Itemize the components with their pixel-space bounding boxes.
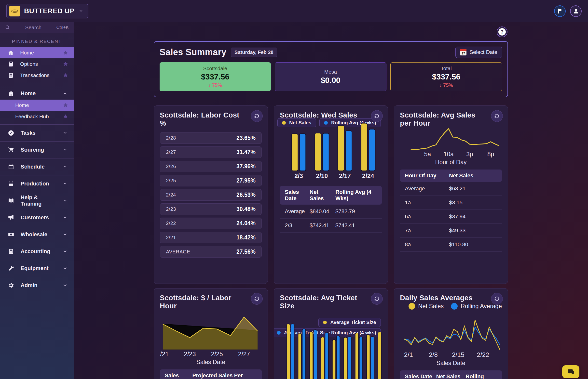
daily-averages-legend: Net SalesRolling Average: [400, 302, 502, 310]
sidebar-subitem-feedback-hub[interactable]: Feedback Hub: [0, 111, 74, 122]
refresh-button[interactable]: [491, 293, 503, 305]
calendar-icon: [8, 164, 14, 170]
refresh-button[interactable]: [491, 110, 503, 122]
svg-text:2/15: 2/15: [452, 351, 464, 358]
sidebar-section-head-home[interactable]: Home: [0, 87, 74, 100]
legend-dot: [408, 303, 415, 310]
sidebar-section-head-equipment[interactable]: Equipment: [0, 262, 74, 274]
chat-button[interactable]: [562, 365, 579, 378]
sidebar-section-head-admin[interactable]: Admin: [0, 279, 74, 291]
card-avg-ticket: Scottsdale: Avg Ticket Size Average Tick…: [274, 288, 388, 379]
labor-cost-value: 31.47%: [236, 149, 256, 156]
refresh-button[interactable]: [251, 110, 263, 122]
svg-text:2/23: 2/23: [184, 350, 196, 357]
labor-hour-area-chart: 2/212/232/252/27: [160, 311, 262, 358]
refresh-icon: [494, 296, 500, 301]
labor-cost-value: 26.53%: [236, 191, 256, 198]
labor-cost-date: 2/21: [166, 235, 176, 240]
refresh-icon: [494, 113, 500, 119]
legend-item[interactable]: Net Sales: [408, 303, 444, 310]
book-icon: [8, 197, 14, 204]
avg-ticket-bar-chart: [280, 311, 382, 379]
stat-card-total: Total$337.56↓ 75%: [390, 62, 502, 91]
table-header-cell: Net Sales: [310, 189, 335, 202]
table-header-cell: Sales Date: [285, 189, 310, 202]
table-header: Sales DateNet SalesRolling Avg (4 Wks): [280, 186, 382, 205]
cart-icon: [8, 147, 14, 153]
refresh-icon: [374, 296, 379, 301]
account-button[interactable]: [570, 5, 582, 17]
brand-switcher[interactable]: BUTTERED UP: [6, 4, 88, 18]
sidebar-section-tasks: Tasks: [0, 124, 74, 141]
card-labor-cost-title: Scottsdale: Labor Cost %: [160, 111, 262, 127]
table-row: 6a$37.94: [400, 210, 502, 224]
star-icon[interactable]: [63, 103, 68, 108]
sidebar-section-head-sourcing[interactable]: Sourcing: [0, 144, 74, 156]
table-cell: $742.41: [335, 222, 377, 229]
svg-text:2/21: 2/21: [160, 350, 169, 357]
labor-cost-row: 2/2731.47%: [160, 146, 262, 158]
sidebar-section-head-production[interactable]: Production: [0, 178, 74, 190]
table-row: 7a$49.33: [400, 224, 502, 238]
select-date-label: Select Date: [469, 49, 497, 55]
star-icon[interactable]: [63, 61, 68, 67]
chevron-down-icon: [62, 249, 68, 254]
sidebar-section-head-help-training[interactable]: Help & Training: [0, 194, 74, 207]
select-date-button[interactable]: 17 Select Date: [456, 47, 502, 58]
chevron-down-icon: [62, 164, 68, 170]
labor-cost-value: 27.95%: [236, 177, 256, 184]
table-cell: Average: [405, 186, 449, 192]
labor-cost-date: 2/25: [166, 178, 176, 184]
chevron-up-icon: [62, 91, 68, 96]
table-header-cell: Rolling Average: [466, 373, 497, 379]
search-placeholder: Search: [10, 25, 56, 31]
avg-sales-hour-chart-wrap: 5a10a3p8p: [400, 128, 502, 158]
star-icon[interactable]: [63, 114, 68, 119]
search-icon: [5, 25, 10, 30]
sidebar-section-head-accounting[interactable]: Accounting: [0, 245, 74, 258]
table-header: Sales DateNet SalesRolling Average: [400, 370, 502, 379]
star-icon[interactable]: [63, 73, 68, 78]
sidebar-subitem-home[interactable]: Home: [0, 100, 74, 111]
sidebar-item-transactions[interactable]: Transactions: [0, 70, 74, 81]
table-cell: 1a: [405, 199, 449, 206]
sidebar-section-head-tasks[interactable]: Tasks: [0, 127, 74, 139]
chevron-down-icon: [62, 232, 68, 237]
table-header-cell: Sales Date: [405, 373, 436, 379]
sidebar-section-head-customers[interactable]: Customers: [0, 211, 74, 224]
sidebar-section-schedule: Schedule: [0, 158, 74, 175]
legend-label: Net Sales: [418, 303, 444, 310]
labor-cost-date: 2/24: [166, 192, 176, 198]
refresh-button[interactable]: [371, 110, 383, 122]
stat-label: Mesa: [324, 69, 337, 75]
chevron-down-icon: [63, 198, 68, 203]
table-cell: 6a: [405, 213, 449, 220]
table-cell: $782.79: [335, 208, 377, 215]
svg-text:10a: 10a: [443, 151, 454, 158]
sidebar-section-home: HomeHomeFeedback Hub: [0, 85, 74, 124]
labor-cost-row: 2/2330.48%: [160, 203, 262, 215]
sidebar-section-head-wholesale[interactable]: Wholesale: [0, 228, 74, 241]
labor-cost-row: 2/2224.04%: [160, 218, 262, 229]
question-icon: ?: [498, 28, 506, 36]
svg-text:2/8: 2/8: [429, 351, 438, 358]
star-icon[interactable]: [63, 50, 68, 55]
wed-sales-chart-wrap: Net SalesRolling Avg (4 wks) 2/32/102/17…: [280, 120, 382, 182]
refresh-button[interactable]: [251, 293, 263, 305]
search-input[interactable]: Search Ctrl+K: [0, 22, 74, 33]
topbar: BUTTERED UP: [0, 0, 588, 22]
calculator-icon: [8, 61, 14, 67]
flag-button[interactable]: [554, 5, 566, 17]
sales-summary-panel: Sales Summary Saturday, Feb 28 17 Select…: [154, 41, 508, 97]
refresh-button[interactable]: [371, 293, 383, 305]
table-cell: $840.04: [310, 208, 335, 215]
sidebar-section-head-schedule[interactable]: Schedule: [0, 161, 74, 173]
sidebar-item-options[interactable]: Options: [0, 58, 74, 70]
calculator-icon: [8, 72, 14, 78]
help-button[interactable]: ?: [497, 27, 507, 37]
brand-name: BUTTERED UP: [24, 7, 75, 15]
card-daily-averages: Daily Sales Averages Net SalesRolling Av…: [394, 288, 508, 379]
sidebar-item-home[interactable]: Home: [0, 47, 74, 58]
check-icon: [8, 130, 14, 136]
labor-cost-rows: 2/2823.65%2/2731.47%2/2637.96%2/2527.95%…: [160, 132, 262, 258]
